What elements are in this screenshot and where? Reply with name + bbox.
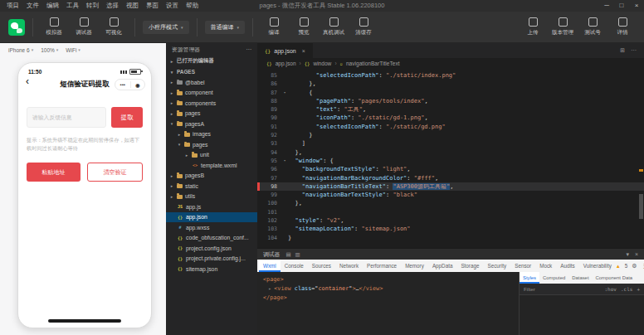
debugger-tab-vulnerability[interactable]: Vulnerability (579, 260, 616, 272)
debugger-tab-wxml[interactable]: Wxml (259, 260, 281, 272)
tree-item[interactable]: ▸images (166, 129, 257, 140)
tree-item[interactable]: ▸static (166, 181, 257, 192)
menu-item[interactable]: 选择 (106, 2, 119, 10)
fold-icon[interactable]: ▾ (281, 157, 288, 165)
menu-item[interactable]: 设置 (166, 2, 178, 10)
tree-item[interactable]: ▸components (166, 98, 257, 109)
compile-mode-dropdown[interactable]: 普通编译 ▾ (205, 21, 246, 34)
clear-cache-button[interactable]: 清缓存 (350, 17, 377, 36)
test-account-button[interactable]: 测试号 (579, 17, 606, 36)
menu-item[interactable]: 项目 (7, 2, 19, 10)
tree-item[interactable]: ▸utils (166, 192, 257, 202)
simulator-toggle-button[interactable]: 模拟器 (41, 17, 67, 36)
debugger-toggle-button[interactable]: 调试器 (71, 17, 97, 36)
wxml-node[interactable]: ▸ <view class="container">…</view> (263, 284, 513, 294)
style-control[interactable]: .cls (621, 286, 632, 292)
tree-item[interactable]: ▸pagesB (166, 171, 257, 182)
paste-address-button[interactable]: 粘贴地址 (27, 163, 80, 182)
debugger-tab-mock[interactable]: Mock (535, 260, 556, 272)
tree-item[interactable]: ▸unit (166, 150, 257, 161)
dock-panel-icon[interactable]: ▤ (285, 251, 290, 258)
editor-scrollbar[interactable] (639, 71, 643, 245)
minimize-button[interactable]: ─ (599, 0, 614, 12)
sidebar-tab-styles[interactable]: Styles (520, 272, 539, 284)
tree-item[interactable]: {}project.config.json (166, 243, 257, 254)
debugger-tab-memory[interactable]: Memory (401, 260, 428, 272)
debugger-tab-sources[interactable]: Sources (308, 260, 335, 272)
sidebar-tab-computed[interactable]: Computed (539, 272, 568, 284)
tree-item[interactable]: {}code_obfuscation_conf... (166, 233, 257, 244)
version-control-button[interactable]: 版本管理 (549, 17, 576, 36)
network-selector[interactable]: WiFi ▾ (66, 47, 80, 53)
collapse-panel-icon[interactable]: ▾ (626, 251, 629, 258)
debugger-tab-appdata[interactable]: AppData (428, 260, 457, 272)
tree-item[interactable]: {}project.private.config.j... (166, 254, 257, 265)
wechat-capsule[interactable]: ••• ◉ (115, 79, 145, 90)
clear-button[interactable]: 清空验证 (87, 163, 143, 182)
device-selector[interactable]: iPhone 6 ▾ (8, 47, 33, 53)
menu-item[interactable]: 界面 (146, 2, 159, 10)
debugger-tab-storage[interactable]: Storage (456, 260, 483, 272)
layout-panel-icon[interactable]: ▥ (295, 251, 300, 258)
menu-item[interactable]: 帮助 (186, 2, 198, 10)
menu-item[interactable]: 文件 (27, 2, 39, 10)
tree-item[interactable]: ▸@babel (166, 77, 257, 88)
kebab-menu-icon[interactable]: ⋮ (642, 263, 644, 269)
sidebar-tab-component-data[interactable]: Component Data (593, 272, 637, 284)
code-area[interactable]: 85 "selectedIconPath": "./static/index.p… (257, 69, 644, 242)
tree-item[interactable]: JSapp.js (166, 201, 257, 212)
more-icon[interactable]: ••• (120, 82, 125, 87)
debugger-tab-performance[interactable]: Performance (363, 260, 401, 272)
back-icon[interactable]: ‹ (26, 75, 29, 87)
tree-item[interactable]: ▾pages (166, 139, 257, 150)
target-icon[interactable]: ◉ (135, 82, 139, 88)
tab-app-json[interactable]: {} app.json × (257, 43, 313, 58)
close-panel-icon[interactable]: × (635, 251, 638, 258)
style-control[interactable]: :hov (604, 286, 616, 292)
scrollbar-thumb[interactable] (639, 194, 643, 219)
feedback-input[interactable]: 请输入反馈信息 (27, 107, 106, 128)
close-button[interactable]: × (629, 0, 644, 12)
gear-icon[interactable]: ⚙ (632, 263, 637, 269)
styles-filter-input[interactable]: Filter (524, 286, 601, 292)
close-icon[interactable]: × (302, 48, 305, 54)
debugger-tab-sensor[interactable]: Sensor (510, 260, 535, 272)
menu-item[interactable]: 转到 (86, 2, 99, 10)
menu-item[interactable]: 视图 (126, 2, 139, 10)
more-actions-icon[interactable]: ⋯ (631, 47, 637, 54)
menu-item[interactable]: 编辑 (46, 2, 59, 10)
maximize-button[interactable]: □ (614, 0, 629, 12)
debugger-tab-audits[interactable]: Audits (556, 260, 579, 272)
tree-item[interactable]: {}sitemap.json (166, 264, 257, 274)
compile-button[interactable]: 编译 (261, 17, 287, 36)
visual-editor-button[interactable]: 可视化 (100, 17, 127, 36)
debugger-tab-security[interactable]: Security (483, 260, 510, 272)
menu-item[interactable]: 工具 (66, 2, 79, 10)
fold-icon[interactable]: ▾ (281, 89, 288, 97)
extract-button[interactable]: 提取 (111, 107, 143, 128)
project-section[interactable]: ▾ PAGES (166, 66, 257, 77)
warning-count[interactable]: 5 (625, 263, 628, 269)
debugger-tab-network[interactable]: Network (335, 260, 363, 272)
wxml-node[interactable]: </page> (263, 294, 513, 303)
preview-button[interactable]: 预览 (290, 17, 317, 36)
upload-button[interactable]: 上传 (520, 17, 546, 36)
breadcrumb-item[interactable]: navigationBarTitleText (346, 61, 400, 66)
breadcrumb-item[interactable]: app.json (276, 61, 296, 66)
tree-item[interactable]: ▾pagesA (166, 119, 257, 129)
style-control[interactable]: + (637, 286, 640, 292)
wxml-node[interactable]: <page> (263, 275, 513, 284)
tree-item[interactable]: ▸pages (166, 109, 257, 119)
more-actions-icon[interactable]: ⋯ (246, 46, 251, 53)
remote-debug-button[interactable]: 真机调试 (320, 17, 347, 36)
mode-dropdown[interactable]: 小程序模式 ▾ (143, 21, 189, 34)
split-editor-icon[interactable]: ⊞ (620, 47, 625, 54)
sidebar-tab-dataset[interactable]: Dataset (568, 272, 592, 284)
tree-item[interactable]: ▸component (166, 88, 257, 99)
tree-item[interactable]: {}app.json (166, 212, 257, 223)
debugger-tab-console[interactable]: Console (281, 260, 308, 272)
tree-item[interactable]: <>template.wxml (166, 160, 257, 171)
zoom-selector[interactable]: 100% ▾ (41, 47, 58, 53)
details-button[interactable]: 详情 (609, 17, 636, 36)
breadcrumb-item[interactable]: window (313, 61, 331, 66)
